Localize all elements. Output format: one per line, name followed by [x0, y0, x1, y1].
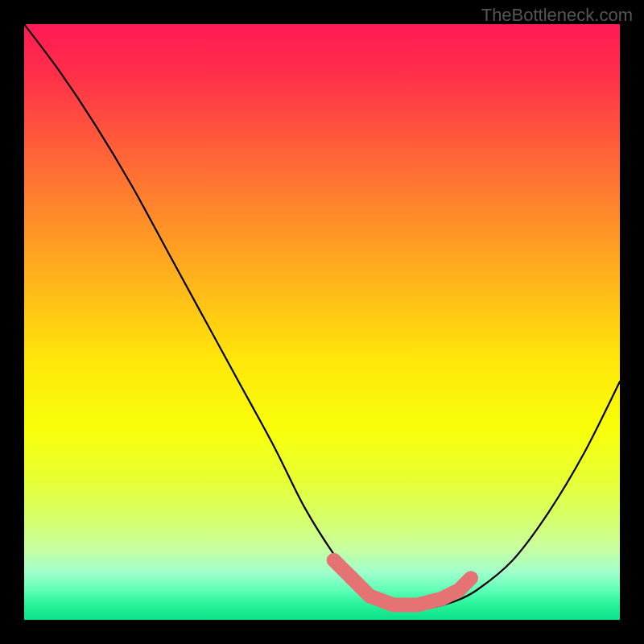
optimal-range-dot: [345, 571, 359, 585]
curve-line: [24, 24, 620, 609]
chart-plot-area: [24, 24, 620, 620]
optimal-range-highlight: [327, 553, 471, 605]
chart-svg: [24, 24, 620, 620]
optimal-range-dot: [327, 553, 341, 568]
watermark-text: TheBottleneck.com: [481, 5, 633, 26]
bottleneck-curve: [24, 24, 620, 609]
